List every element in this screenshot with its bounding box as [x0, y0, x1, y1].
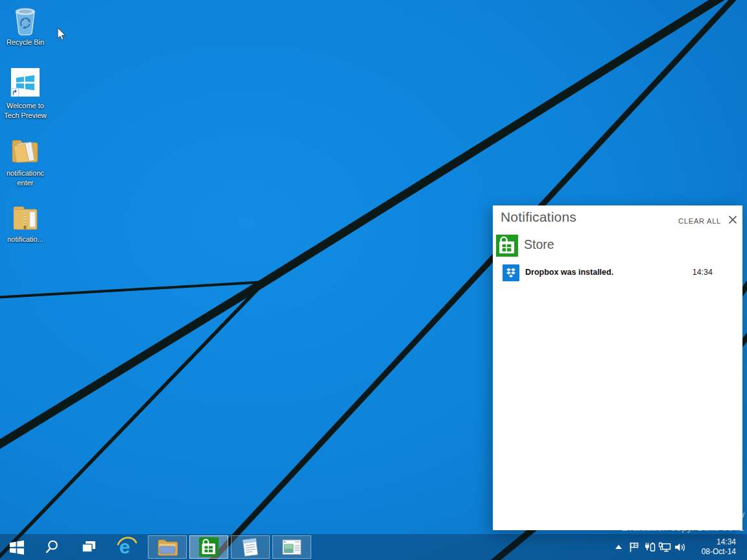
- icon-label: notificationcenter: [6, 169, 44, 188]
- icon-label: Welcome toTech Preview: [4, 101, 46, 121]
- icon-label: notificatio...: [7, 235, 43, 244]
- notification-message[interactable]: Dropbox was installed.: [525, 268, 613, 277]
- network-icon: [658, 542, 671, 553]
- tray-date: 08-Oct-14: [702, 547, 736, 557]
- network-status-button[interactable]: [658, 534, 672, 560]
- task-view-icon: [81, 540, 97, 554]
- tray-clock[interactable]: 14:34 08-Oct-14: [702, 537, 736, 557]
- desktop-icon-recycle-bin[interactable]: Recycle Bin: [0, 4, 51, 47]
- file-explorer-icon: [157, 538, 178, 556]
- battery-plug-icon: [644, 541, 656, 553]
- search-icon: [44, 539, 60, 555]
- desktop-icon-notification-zip[interactable]: notificatio...: [0, 202, 51, 244]
- notepad-taskbar-button[interactable]: [231, 535, 270, 559]
- speaker-icon: [674, 542, 687, 553]
- search-button[interactable]: [36, 534, 67, 560]
- flag-icon: [628, 541, 640, 553]
- internet-explorer-button[interactable]: e: [110, 534, 144, 560]
- icon-label: Recycle Bin: [6, 38, 44, 47]
- notification-time: 14:34: [693, 268, 713, 277]
- windows-shortcut-icon: [10, 67, 41, 100]
- windows-logo-icon: [8, 539, 25, 555]
- close-icon[interactable]: [728, 215, 737, 224]
- tray-time: 14:34: [702, 537, 736, 547]
- mouse-cursor: [57, 27, 67, 41]
- action-center-button[interactable]: [628, 534, 641, 560]
- panel-title: Notifications: [501, 209, 576, 225]
- store-app-icon: [496, 235, 518, 257]
- internet-explorer-icon: e: [116, 537, 138, 557]
- app-window-taskbar-button[interactable]: [272, 535, 311, 559]
- store-group-label[interactable]: Store: [524, 237, 554, 252]
- volume-button[interactable]: [673, 534, 687, 560]
- start-button[interactable]: [3, 534, 31, 560]
- desktop: Recycle Bin Welcome toTech Preview: [0, 0, 747, 560]
- desktop-icon-welcome-tech-preview[interactable]: Welcome toTech Preview: [0, 67, 51, 121]
- clear-all-button[interactable]: CLEAR ALL: [678, 217, 721, 225]
- power-status-button[interactable]: [643, 534, 656, 560]
- task-view-button[interactable]: [73, 534, 104, 560]
- notepad-icon: [241, 537, 260, 557]
- app-window-icon: [282, 539, 302, 555]
- taskbar: e: [0, 534, 747, 560]
- recycle-bin-icon: [11, 4, 40, 36]
- show-hidden-icons-button[interactable]: [613, 534, 624, 560]
- file-explorer-taskbar-button[interactable]: [148, 535, 187, 559]
- zip-folder-icon: [10, 202, 40, 233]
- notifications-panel: Notifications CLEAR ALL Store: [493, 205, 742, 530]
- dropbox-icon: [503, 264, 519, 281]
- folder-icon: [10, 135, 41, 167]
- store-taskbar-button[interactable]: [189, 535, 228, 559]
- desktop-icon-notificationcenter-folder[interactable]: notificationcenter: [0, 135, 51, 188]
- chevron-up-icon: [615, 544, 622, 550]
- store-icon: [199, 537, 219, 557]
